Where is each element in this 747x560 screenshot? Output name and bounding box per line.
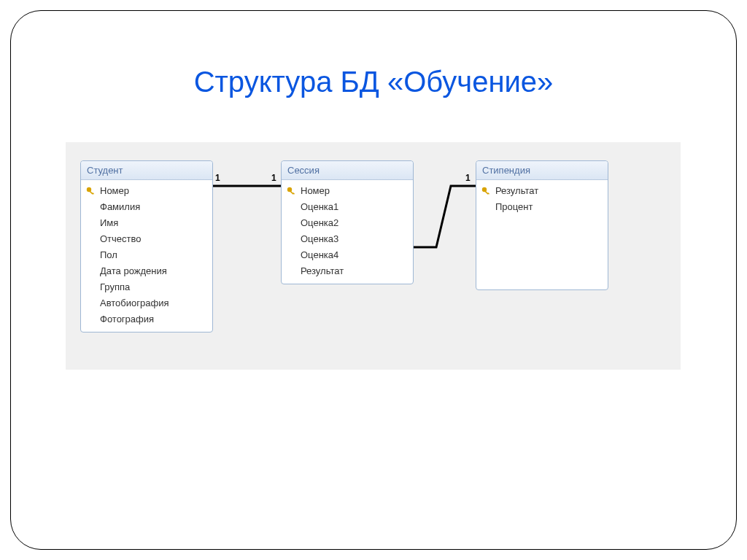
field-row: Результат: [282, 263, 413, 279]
field-row: Номер: [282, 183, 413, 199]
svg-rect-2: [89, 191, 93, 195]
field-row: Автобиография: [81, 295, 212, 311]
entity-header: Сессия: [282, 161, 413, 180]
field-row: Номер: [81, 183, 212, 199]
field-label: Оценка1: [301, 201, 338, 214]
field-label: Номер: [100, 184, 129, 198]
field-label: Автобиография: [100, 297, 169, 310]
field-row: Пол: [81, 247, 212, 263]
entity-header: Стипендия: [476, 161, 608, 180]
entity-body: Результат Процент: [476, 180, 608, 289]
cardinality-label: 1: [215, 173, 220, 183]
slide-title: Структура БД «Обучение»: [0, 66, 747, 98]
field-row: Оценка3: [282, 231, 413, 247]
field-label: Оценка3: [301, 233, 338, 246]
field-label: Результат: [301, 265, 344, 278]
diagram-panel: 1 1 ∞ 1 Студент Номер Фамилия Имя Отчест…: [66, 142, 681, 370]
key-icon: [286, 186, 298, 196]
field-label: Процент: [495, 201, 533, 214]
entity-session[interactable]: Сессия Номер Оценка1 Оценка2 Оценка3 Оце…: [281, 160, 414, 284]
field-label: Дата рождения: [100, 265, 167, 278]
field-label: Номер: [301, 184, 330, 198]
field-label: Фамилия: [100, 201, 140, 214]
cardinality-label: 1: [271, 173, 276, 183]
entity-body: Номер Оценка1 Оценка2 Оценка3 Оценка4 Ре…: [282, 180, 413, 284]
cardinality-label: 1: [465, 173, 471, 183]
field-row: Результат: [476, 183, 608, 199]
key-icon: [85, 186, 97, 196]
svg-rect-5: [290, 191, 293, 195]
entity-scholarship[interactable]: Стипендия Результат Процент: [476, 160, 608, 290]
field-row: Отчество: [81, 231, 212, 247]
field-label: Отчество: [100, 233, 142, 246]
field-label: Фотография: [100, 313, 154, 326]
field-row: Процент: [476, 199, 608, 215]
field-row: Дата рождения: [81, 263, 212, 279]
field-label: Оценка2: [301, 217, 338, 230]
entity-header: Студент: [81, 161, 212, 180]
key-icon: [481, 186, 492, 196]
field-row: Имя: [81, 215, 212, 231]
field-row: Фотография: [81, 311, 212, 327]
slide: Структура БД «Обучение» 1 1 ∞ 1 Студент: [0, 0, 747, 560]
svg-rect-8: [484, 191, 488, 195]
field-label: Группа: [100, 281, 130, 294]
er-diagram: 1 1 ∞ 1 Студент Номер Фамилия Имя Отчест…: [66, 142, 681, 370]
field-label: Пол: [100, 249, 117, 262]
field-row: Группа: [81, 279, 212, 295]
field-label: Оценка4: [301, 249, 338, 262]
field-row: Фамилия: [81, 199, 212, 215]
field-label: Результат: [495, 184, 538, 198]
field-row: Оценка2: [282, 215, 413, 231]
field-label: Имя: [100, 217, 118, 230]
entity-body: Номер Фамилия Имя Отчество Пол Дата рожд…: [81, 180, 212, 332]
field-row: Оценка4: [282, 247, 413, 263]
field-row: Оценка1: [282, 199, 413, 215]
entity-student[interactable]: Студент Номер Фамилия Имя Отчество Пол Д…: [80, 160, 213, 332]
